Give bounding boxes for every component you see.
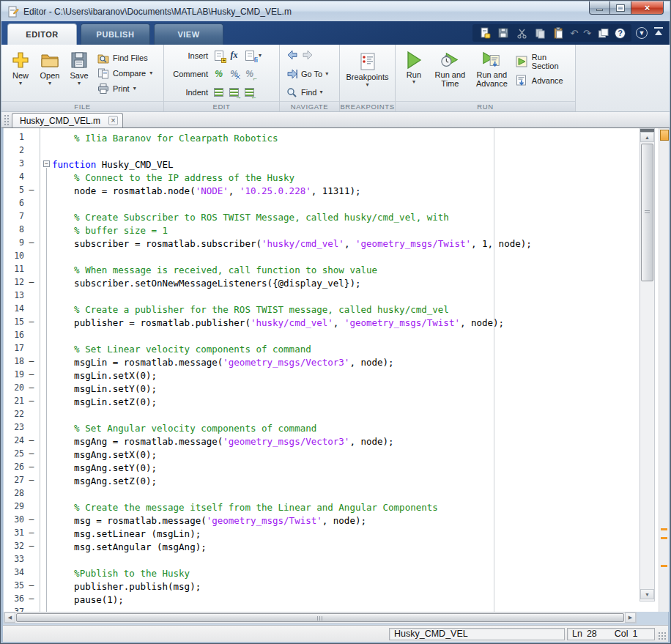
help-icon[interactable]: ? xyxy=(615,28,626,39)
vertical-scrollbar-thumb[interactable] xyxy=(641,144,653,281)
gutter-row[interactable]: 19– xyxy=(4,369,39,382)
gutter-row[interactable]: 35– xyxy=(4,580,39,593)
windows-icon[interactable] xyxy=(596,26,609,40)
scroll-up-icon[interactable]: ▲ xyxy=(640,132,654,142)
code-line[interactable] xyxy=(52,488,631,501)
gutter-row[interactable]: 24– xyxy=(4,435,39,448)
tab-editor[interactable]: EDITOR xyxy=(7,23,77,45)
copy-icon[interactable] xyxy=(533,26,546,40)
gutter-row[interactable]: 33 xyxy=(4,554,39,567)
compare-dropdown-icon[interactable]: ▾ xyxy=(149,71,152,75)
indent-left-button[interactable]: ← xyxy=(243,86,256,98)
save-button[interactable]: Save ▾ xyxy=(64,48,94,100)
maximize-button[interactable] xyxy=(610,1,631,15)
code-line[interactable]: pause(1); xyxy=(52,593,631,607)
paste-icon[interactable] xyxy=(552,26,565,40)
code-line[interactable]: msgLin.setX(0); xyxy=(52,369,631,382)
tab-publish[interactable]: PUBLISH xyxy=(81,23,150,45)
gutter-row[interactable]: 34 xyxy=(4,567,39,580)
gutter-row[interactable]: 31– xyxy=(4,528,39,541)
breakpoint-dash[interactable]: – xyxy=(26,448,37,462)
run-button[interactable]: Run ▾ xyxy=(401,48,426,100)
code-line[interactable]: msgAng = rosmatlab.message('geometry_msg… xyxy=(52,435,631,448)
gutter-row[interactable]: 26– xyxy=(4,462,39,475)
code-line[interactable]: subscriber.setOnNewMessageListeners({@di… xyxy=(52,277,631,290)
breakpoint-dash[interactable]: – xyxy=(26,528,37,541)
save-icon[interactable] xyxy=(497,26,510,40)
open-dropdown-icon[interactable]: ▾ xyxy=(48,81,51,86)
minimize-toolstrip-icon[interactable]: ▼ xyxy=(636,27,648,39)
code-line[interactable]: % Ilia Baranov for Clearpath Robotics xyxy=(52,132,631,145)
gutter-row[interactable]: 13 xyxy=(4,290,39,303)
breakpoints-dropdown-icon[interactable]: ▾ xyxy=(366,83,368,87)
print-dropdown-icon[interactable]: ▾ xyxy=(133,86,136,91)
breakpoint-dash[interactable]: – xyxy=(26,593,37,607)
gutter-row[interactable]: 36– xyxy=(4,593,39,607)
uncomment-button[interactable]: % xyxy=(228,68,240,80)
code-line[interactable]: msgAng.setY(0); xyxy=(52,462,631,475)
code-line[interactable] xyxy=(52,145,631,158)
code-line[interactable] xyxy=(52,554,631,567)
code-line[interactable]: % Set Linear velocity components of comm… xyxy=(52,343,631,356)
code-line[interactable]: % Connect to the IP address of the Husky xyxy=(52,171,631,185)
gutter-row[interactable]: 16 xyxy=(4,330,39,343)
vertical-scrollbar[interactable]: ▲ ▼ xyxy=(640,128,655,602)
code-line[interactable]: msg.setAngular (msgAng); xyxy=(52,541,631,554)
code-line[interactable]: msgLin = rosmatlab.message('geometry_msg… xyxy=(52,356,631,369)
breakpoint-dash[interactable]: – xyxy=(26,382,37,396)
wrap-comments-button[interactable]: %⌐ xyxy=(243,68,256,80)
code-line[interactable] xyxy=(52,198,631,211)
indent-right-button[interactable]: → xyxy=(228,86,240,98)
code-line[interactable] xyxy=(52,290,631,303)
document-tab-close-icon[interactable]: × xyxy=(108,116,118,125)
warning-marker-icon[interactable] xyxy=(661,528,667,530)
go-to-button[interactable]: Go To ▾ xyxy=(286,68,335,80)
gutter-row[interactable]: 14 xyxy=(4,303,39,317)
scroll-left-icon[interactable]: ◀ xyxy=(4,612,15,623)
breakpoint-dash[interactable]: – xyxy=(26,475,37,488)
back-icon[interactable] xyxy=(286,49,298,62)
code-line[interactable]: % Create a publisher for the ROS TWIST m… xyxy=(52,303,631,317)
scroll-right-icon[interactable]: ▶ xyxy=(625,612,636,623)
insert-section-button[interactable]: + xyxy=(212,50,225,62)
run-and-advance-button[interactable]: Run and Advance xyxy=(474,48,510,100)
tab-view[interactable]: VIEW xyxy=(154,23,223,45)
cut-icon[interactable] xyxy=(515,26,528,40)
gutter-row[interactable]: 7 xyxy=(4,211,39,224)
gutter-row[interactable]: 29 xyxy=(4,501,39,514)
gutter-row[interactable]: 17 xyxy=(4,343,39,356)
run-dropdown-icon[interactable]: ▾ xyxy=(412,80,415,84)
code-line[interactable]: msgLin.setY(0); xyxy=(52,382,631,396)
gutter-row[interactable]: 28 xyxy=(4,488,39,501)
find-dropdown-icon[interactable]: ▾ xyxy=(319,90,322,95)
code-line[interactable] xyxy=(52,330,631,343)
insert-function-file-button[interactable]: fi xyxy=(243,50,256,62)
code-line[interactable]: function Husky_CMD_VEL xyxy=(52,158,631,171)
code-line[interactable]: %Publish to the Husky xyxy=(52,567,631,580)
code-line[interactable]: publisher = rosmatlab.publisher('husky/c… xyxy=(52,317,631,330)
code-line[interactable] xyxy=(52,251,631,264)
gutter-row[interactable]: 3 xyxy=(4,158,39,171)
gutter-row[interactable]: 1 xyxy=(4,132,39,145)
smart-indent-button[interactable] xyxy=(212,86,225,98)
breakpoint-dash[interactable]: – xyxy=(26,369,37,382)
breakpoint-dash[interactable]: – xyxy=(26,396,37,409)
breakpoint-dash[interactable]: – xyxy=(26,317,37,330)
fold-box[interactable]: − xyxy=(43,160,50,167)
gutter-row[interactable]: 21– xyxy=(4,396,39,409)
gutter-row[interactable]: 5– xyxy=(4,185,39,198)
gutter-row[interactable]: 15– xyxy=(4,317,39,330)
breakpoint-dash[interactable]: – xyxy=(26,462,37,475)
warning-marker-icon[interactable] xyxy=(661,537,667,539)
resize-grip[interactable] xyxy=(658,632,667,640)
gutter-row[interactable]: 25– xyxy=(4,448,39,462)
save-dropdown-icon[interactable]: ▾ xyxy=(78,81,81,86)
breakpoint-dash[interactable]: – xyxy=(26,514,37,528)
redo-icon[interactable]: ↷ xyxy=(583,28,591,39)
code-line[interactable]: % Set Angular velocity components of com… xyxy=(52,422,631,435)
scroll-down-icon[interactable]: ▼ xyxy=(640,589,654,599)
breakpoint-dash[interactable]: – xyxy=(26,237,37,251)
breakpoint-dash[interactable]: – xyxy=(26,435,37,448)
breakpoint-dash[interactable]: – xyxy=(26,185,37,198)
gutter-row[interactable]: 11 xyxy=(4,264,39,277)
